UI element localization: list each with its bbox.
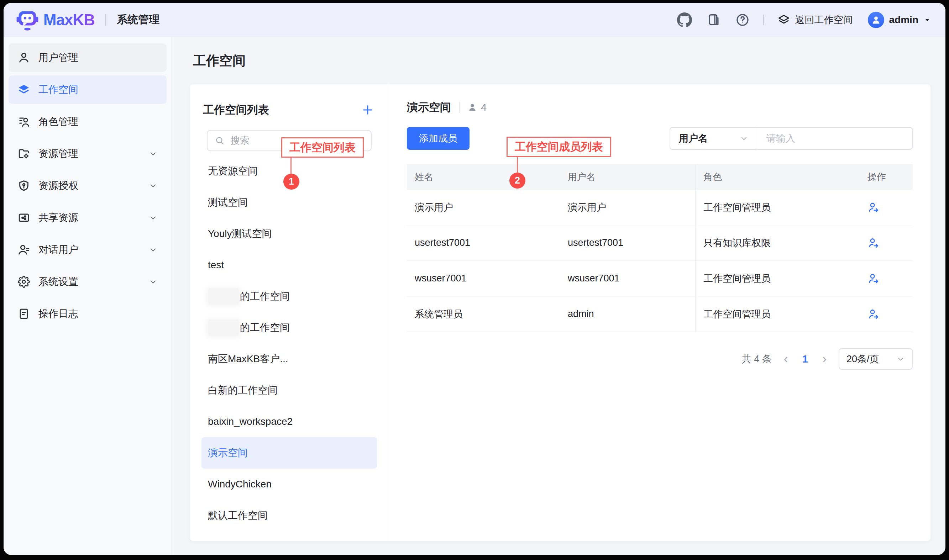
workspace-list-item[interactable]: 的工作空间 xyxy=(202,281,377,312)
chat-user-icon xyxy=(18,244,30,256)
workspace-list-item[interactable]: 白新的工作空间 xyxy=(202,375,377,406)
workspace-list-item[interactable]: test xyxy=(202,249,377,281)
sidebar-item-label: 资源管理 xyxy=(39,149,78,158)
adjust-role-icon[interactable] xyxy=(867,308,882,320)
sidebar-item-label: 系统设置 xyxy=(39,277,78,287)
chevron-down-icon xyxy=(149,246,157,254)
sidebar-item-resource-authorization[interactable]: 资源授权 xyxy=(9,171,166,200)
sidebar: 用户管理 工作空间 角色管理 资源管理 资源授权 xyxy=(3,37,172,555)
workspace-layers-icon xyxy=(18,84,30,96)
page-title: 工作空间 xyxy=(193,52,931,70)
sidebar-item-resource-management[interactable]: 资源管理 xyxy=(9,140,166,168)
cell-role: 工作空间管理员 xyxy=(695,261,860,296)
cell-role: 工作空间管理员 xyxy=(695,190,860,225)
cell-name: usertest7001 xyxy=(407,237,560,248)
cell-username: 演示用户 xyxy=(560,201,695,214)
gear-icon xyxy=(18,276,30,288)
avatar xyxy=(868,12,884,28)
sidebar-item-workspace[interactable]: 工作空间 xyxy=(9,75,166,104)
pagination-next-button[interactable]: › xyxy=(821,352,828,365)
annotation-box-2: 工作空间成员列表 xyxy=(507,137,611,157)
sidebar-item-chat-users[interactable]: 对话用户 xyxy=(9,235,166,264)
app-window: MaxKB 系统管理 返回工作空间 admin xyxy=(3,3,946,555)
pagination-prev-button[interactable]: ‹ xyxy=(783,352,790,365)
sidebar-item-operation-logs[interactable]: 操作日志 xyxy=(9,300,166,328)
user-menu[interactable]: admin xyxy=(868,12,931,28)
maxkb-robot-logo-icon xyxy=(16,9,39,31)
role-icon xyxy=(18,115,30,128)
member-filter: 用户名 xyxy=(670,127,913,150)
back-to-workspace-label: 返回工作空间 xyxy=(795,14,853,26)
workspace-list-item[interactable]: baixin_workspace2 xyxy=(202,406,377,437)
chevron-down-icon xyxy=(149,214,157,222)
top-header: MaxKB 系统管理 返回工作空间 admin xyxy=(3,3,946,37)
filter-field-select[interactable]: 用户名 xyxy=(670,132,757,145)
redacted-text xyxy=(208,288,239,305)
sidebar-item-label: 工作空间 xyxy=(39,85,78,95)
table-row: usertest7001 usertest7001 只有知识库权限 xyxy=(407,225,913,261)
workspace-layers-icon xyxy=(777,14,790,26)
redacted-text xyxy=(208,320,239,336)
member-person-icon xyxy=(467,103,478,112)
chevron-down-icon xyxy=(740,134,748,143)
annotation-line-1 xyxy=(290,158,291,174)
members-toolbar: 添加成员 用户名 xyxy=(407,127,913,150)
sidebar-item-label: 共享资源 xyxy=(39,213,78,223)
table-row: wsuser7001 wsuser7001 工作空间管理员 xyxy=(407,261,913,296)
adjust-role-icon[interactable] xyxy=(867,202,882,214)
github-icon[interactable] xyxy=(677,12,692,28)
workspace-list-item[interactable]: Youly测试空间 xyxy=(202,218,377,249)
workspace-list-item[interactable]: 南区MaxKB客户... xyxy=(202,343,377,375)
annotation-line-2 xyxy=(517,157,518,173)
sidebar-item-role-management[interactable]: 角色管理 xyxy=(9,108,166,136)
workspace-list-item-selected[interactable]: 演示空间 xyxy=(202,437,377,469)
shield-key-icon xyxy=(18,180,30,192)
member-count: 4 xyxy=(467,102,487,114)
help-icon[interactable] xyxy=(735,13,750,27)
sidebar-item-system-settings[interactable]: 系统设置 xyxy=(9,268,166,296)
annotation-box-1: 工作空间列表 xyxy=(281,137,364,158)
chevron-down-icon xyxy=(149,277,157,286)
chevron-down-icon xyxy=(149,182,157,190)
add-member-button[interactable]: 添加成员 xyxy=(407,127,470,150)
adjust-role-icon[interactable] xyxy=(867,237,882,249)
workspace-list-item[interactable]: 默认工作空间 xyxy=(202,500,377,531)
sidebar-item-user-management[interactable]: 用户管理 xyxy=(9,43,166,72)
cell-role: 工作空间管理员 xyxy=(695,296,860,332)
title-divider xyxy=(459,102,459,113)
search-icon xyxy=(215,135,225,146)
main-content: 工作空间 工作空间列表 无资源空间 xyxy=(172,37,946,555)
workspace-list: 无资源空间 测试空间 Youly测试空间 test 的工作空间 的工作空间 南区… xyxy=(202,155,377,531)
back-to-workspace-link[interactable]: 返回工作空间 xyxy=(777,14,853,26)
pagination-page-1[interactable]: 1 xyxy=(800,353,810,365)
docs-icon[interactable] xyxy=(707,13,721,27)
brand[interactable]: MaxKB xyxy=(16,9,95,31)
adjust-role-icon[interactable] xyxy=(867,272,882,285)
sidebar-item-shared-resources[interactable]: 共享资源 xyxy=(9,203,166,232)
pagination-total: 共 4 条 xyxy=(742,352,772,365)
caret-down-icon xyxy=(923,16,931,24)
sidebar-item-label: 操作日志 xyxy=(39,309,78,319)
header-actions: 返回工作空间 admin xyxy=(677,12,931,28)
table-row: 系统管理员 admin 工作空间管理员 xyxy=(407,296,913,332)
column-header-name: 姓名 xyxy=(407,171,560,183)
filter-value-input[interactable] xyxy=(757,133,912,144)
table-header-row: 姓名 用户名 角色 操作 xyxy=(407,164,913,190)
header-separator xyxy=(763,15,764,25)
chevron-down-icon xyxy=(149,149,157,158)
page-size-select[interactable]: 20条/页 xyxy=(839,348,913,370)
add-workspace-plus-icon[interactable] xyxy=(360,102,376,118)
cell-username: admin xyxy=(560,308,695,320)
header-divider xyxy=(105,14,106,26)
annotation-marker-1: 1 xyxy=(283,174,299,190)
user-icon xyxy=(18,52,30,64)
workspace-list-item[interactable]: WindyChicken xyxy=(202,469,377,500)
workspace-members-panel: 演示空间 4 添加成员 用户名 xyxy=(389,84,931,541)
log-icon xyxy=(18,308,30,320)
workspace-list-item[interactable]: 测试空间 xyxy=(202,187,377,218)
table-row: 演示用户 演示用户 工作空间管理员 xyxy=(407,190,913,225)
pagination: 共 4 条 ‹ 1 › 20条/页 xyxy=(407,348,913,370)
cell-name: 演示用户 xyxy=(407,201,560,214)
workspace-list-item[interactable]: 的工作空间 xyxy=(202,312,377,343)
username: admin xyxy=(889,14,918,26)
